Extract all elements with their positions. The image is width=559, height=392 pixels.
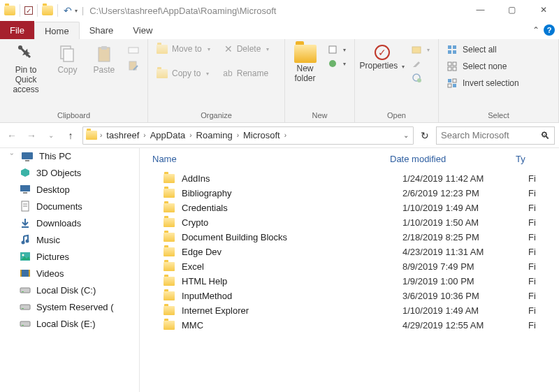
forward-button[interactable]: →: [24, 130, 39, 141]
tab-file[interactable]: File: [0, 21, 34, 39]
minimize-button[interactable]: —: [465, 0, 496, 20]
file-row[interactable]: HTML Help1/9/2019 1:00 PMFi: [140, 274, 559, 289]
breadcrumb-item[interactable]: AppData: [146, 127, 190, 144]
properties-button[interactable]: ✓ Properties ▾: [359, 42, 405, 71]
tree-item[interactable]: Local Disk (C:): [0, 282, 139, 298]
paste-button[interactable]: Paste: [87, 42, 121, 75]
tree-item[interactable]: Pictures: [0, 248, 139, 265]
select-all-button[interactable]: Select all: [443, 43, 523, 56]
tree-item[interactable]: Videos: [0, 265, 139, 282]
file-row[interactable]: Bibliography2/6/2019 12:23 PMFi: [140, 186, 559, 201]
svg-rect-20: [448, 79, 451, 82]
file-type: Fi: [528, 247, 559, 257]
search-input[interactable]: Search Microsoft 🔍︎: [436, 126, 555, 145]
chevron-down-icon[interactable]: ›: [8, 153, 15, 160]
svg-marker-26: [21, 168, 29, 177]
chevron-right-icon[interactable]: ›: [284, 131, 286, 139]
address-bar[interactable]: › tashreef›AppData›Roaming›Microsoft› ⌄: [82, 126, 414, 145]
properties-qat-icon[interactable]: ✓: [24, 6, 33, 15]
qat-dropdown-icon[interactable]: ▾: [75, 8, 78, 14]
tree-item[interactable]: Local Disk (E:): [0, 315, 139, 332]
tree-item[interactable]: 3D Objects: [0, 164, 139, 181]
file-row[interactable]: Internet Explorer1/10/2019 1:49 AMFi: [140, 303, 559, 318]
delete-button[interactable]: ✕ Delete▾: [220, 42, 274, 56]
address-dropdown-icon[interactable]: ⌄: [399, 131, 413, 139]
tree-item[interactable]: Desktop: [0, 181, 139, 198]
minimize-ribbon-icon[interactable]: ⌃: [532, 25, 539, 35]
file-name: AddIns: [182, 173, 402, 184]
navigation-bar: ← → ⌄ ↑ › tashreef›AppData›Roaming›Micro…: [0, 123, 559, 148]
copy-path-button[interactable]: [124, 43, 143, 57]
select-none-button[interactable]: Select none: [443, 60, 523, 73]
invert-selection-button[interactable]: Invert selection: [443, 77, 523, 89]
tree-item[interactable]: System Reserved (: [0, 298, 139, 315]
tab-view[interactable]: View: [123, 21, 162, 39]
picture-icon: [20, 251, 31, 262]
file-row[interactable]: Document Building Blocks2/18/2019 8:25 P…: [140, 230, 559, 245]
file-name: Credentials: [182, 203, 402, 213]
new-item-button[interactable]: ▾: [324, 43, 350, 56]
breadcrumb-item[interactable]: Roaming: [192, 127, 237, 144]
file-row[interactable]: Credentials1/10/2019 1:49 AMFi: [140, 201, 559, 215]
close-button[interactable]: ✕: [528, 0, 559, 20]
svg-rect-9: [412, 47, 421, 53]
edit-button[interactable]: [407, 57, 434, 70]
file-type: Fi: [528, 305, 559, 316]
history-button[interactable]: [407, 71, 434, 84]
easy-access-button[interactable]: ▾: [324, 57, 350, 70]
tree-this-pc[interactable]: › This PC: [0, 148, 139, 164]
file-row[interactable]: InputMethod3/6/2019 10:36 PMFi: [140, 289, 559, 303]
file-name: HTML Help: [182, 276, 402, 286]
open-button[interactable]: ▾: [407, 43, 434, 56]
svg-rect-22: [448, 84, 451, 87]
file-date: 4/29/2019 12:55 AM: [402, 320, 528, 331]
file-view: Name Date modified Ty AddIns1/24/2019 11…: [140, 148, 559, 392]
maximize-button[interactable]: ▢: [496, 0, 528, 20]
pin-to-quick-access-button[interactable]: Pin to Quick access: [4, 42, 48, 94]
file-row[interactable]: Crypto1/10/2019 1:50 AMFi: [140, 215, 559, 230]
back-button[interactable]: ←: [4, 130, 20, 141]
breadcrumb-item[interactable]: Microsoft: [239, 127, 284, 144]
group-label: Clipboard: [0, 110, 147, 122]
up-button[interactable]: ↑: [63, 130, 78, 141]
music-icon: [20, 234, 31, 245]
svg-rect-16: [448, 62, 451, 66]
refresh-button[interactable]: ↻: [418, 130, 432, 141]
this-pc-icon: [21, 152, 34, 161]
tree-item[interactable]: Music: [0, 231, 139, 248]
breadcrumb-item[interactable]: tashreef: [102, 127, 143, 144]
check-icon: ✓: [375, 45, 390, 60]
column-name[interactable]: Name: [152, 154, 390, 164]
column-date[interactable]: Date modified: [390, 154, 516, 164]
file-date: 1/9/2019 1:00 PM: [402, 276, 528, 286]
svg-point-34: [26, 240, 29, 243]
tab-home[interactable]: Home: [34, 22, 80, 39]
paste-shortcut-button[interactable]: [124, 59, 143, 73]
tree-item-label: Downloads: [36, 218, 81, 228]
rename-button[interactable]: ab Rename: [219, 67, 273, 80]
folder-icon[interactable]: [42, 6, 53, 15]
svg-rect-43: [22, 308, 24, 309]
tree-item-label: Local Disk (E:): [36, 319, 96, 329]
explorer-body: › This PC 3D ObjectsDesktopDocumentsDown…: [0, 148, 559, 392]
tree-item[interactable]: Documents: [0, 198, 139, 215]
new-folder-button[interactable]: New folder: [289, 42, 321, 84]
file-row[interactable]: AddIns1/24/2019 11:42 AMFi: [140, 171, 559, 186]
tab-share[interactable]: Share: [80, 21, 124, 39]
copy-button[interactable]: Copy: [50, 42, 84, 75]
file-list[interactable]: Name Date modified Ty AddIns1/24/2019 11…: [140, 148, 559, 392]
file-row[interactable]: MMC4/29/2019 12:55 AMFi: [140, 318, 559, 333]
tree-item-label: Music: [36, 235, 60, 245]
history-dropdown-icon[interactable]: ⌄: [43, 131, 59, 139]
file-row[interactable]: Excel8/9/2019 7:49 PMFi: [140, 259, 559, 274]
tree-item-label: 3D Objects: [36, 168, 81, 178]
undo-icon[interactable]: ↶: [62, 5, 73, 16]
move-to-button[interactable]: Move to▾: [152, 42, 215, 56]
copy-to-button[interactable]: Copy to▾: [152, 67, 213, 80]
file-row[interactable]: Edge Dev4/23/2019 11:31 AMFi: [140, 245, 559, 259]
navigation-pane[interactable]: › This PC 3D ObjectsDesktopDocumentsDown…: [0, 148, 140, 392]
file-type: Fi: [528, 188, 559, 198]
column-type[interactable]: Ty: [516, 154, 559, 164]
tree-item[interactable]: Downloads: [0, 215, 139, 231]
help-icon[interactable]: ?: [544, 24, 555, 36]
